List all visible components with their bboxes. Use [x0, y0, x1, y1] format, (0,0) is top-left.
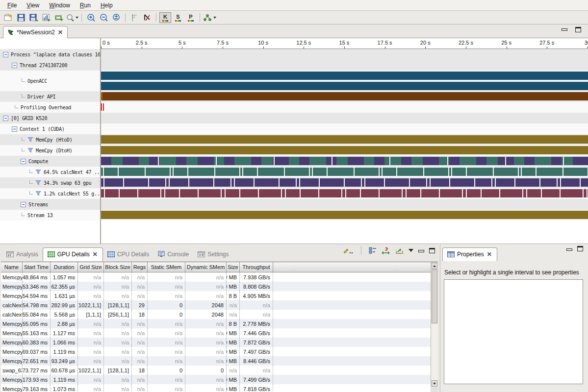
maximize-icon[interactable] — [577, 246, 583, 251]
timeline-row[interactable]: Compute — [0, 156, 588, 167]
process-color-button[interactable]: P — [185, 12, 197, 23]
timeline-bar[interactable] — [101, 146, 588, 154]
table-row[interactable]: calcNext155.084 ms5.568 µs[1,1,1][256,1,… — [1, 310, 431, 319]
table-header-cell[interactable]: Throughput — [240, 262, 273, 272]
filter-icon[interactable] — [35, 191, 41, 196]
new-session-icon[interactable] — [2, 12, 14, 24]
menu-file[interactable]: File — [3, 1, 21, 10]
resize-view-icon[interactable] — [53, 12, 65, 24]
focus-timeline-icon[interactable] — [382, 247, 390, 254]
maximize-icon[interactable] — [429, 248, 435, 253]
table-row[interactable]: calcNext154.798 ms282.99 µs[1022,1,1][12… — [1, 300, 431, 310]
table-header-cell[interactable]: Size — [227, 262, 240, 272]
timeline-row[interactable]: Process "laplace_data_clauses 10... — [0, 49, 588, 60]
edit-filter-icon[interactable] — [343, 247, 354, 254]
vertical-scrollbar[interactable] — [431, 262, 438, 387]
table-row[interactable]: Memcpy155.163 ms1.127 msn/an/an/an/an/a9… — [1, 328, 431, 338]
close-icon[interactable]: ✕ — [57, 29, 63, 36]
report-icon[interactable] — [41, 12, 52, 24]
zoom-in-icon[interactable] — [85, 12, 97, 24]
timeline-row[interactable]: Profiling Overhead — [0, 102, 588, 113]
filter-icon[interactable] — [35, 180, 41, 186]
timeline-bar[interactable] — [101, 72, 588, 90]
timeline-row[interactable]: OpenACC — [0, 71, 588, 91]
table-row[interactable]: Memcpy154.594 ms1.631 µsn/an/an/an/an/a8… — [1, 291, 431, 300]
view-menu-icon[interactable] — [409, 249, 413, 252]
close-icon[interactable]: ✕ — [486, 251, 492, 258]
collapse-toggle-icon[interactable] — [3, 52, 8, 57]
tab-settings[interactable]: Settings — [193, 247, 233, 261]
table-header-cell[interactable]: Dynamic SMem — [185, 262, 227, 272]
scroll-down-icon[interactable] — [432, 380, 437, 387]
fit-marker-icon[interactable] — [128, 12, 140, 24]
table-row[interactable]: Memcpy153.346 ms62.355 µsn/an/an/an/an/a… — [1, 282, 431, 291]
goto-marker-icon[interactable] — [141, 12, 153, 24]
timeline-row[interactable]: 34.3% swap_63_gpu — [0, 177, 588, 188]
filter-icon[interactable] — [35, 169, 41, 175]
menu-window[interactable]: Window — [45, 1, 75, 10]
timeline-row[interactable]: MemCpy (HtoD) — [0, 134, 588, 145]
dropdown-arrow-icon[interactable] — [213, 17, 216, 19]
zoom-tool-icon[interactable] — [66, 12, 78, 24]
export-icon[interactable] — [395, 247, 404, 254]
timeline-bar[interactable] — [101, 178, 588, 187]
minimize-icon[interactable] — [566, 248, 572, 251]
tab-cpu-details[interactable]: CPU Details — [103, 247, 153, 261]
timeline-row[interactable]: Streams — [0, 199, 588, 210]
stream-color-button[interactable]: S — [172, 12, 184, 23]
table-row[interactable]: Memcpy179.163 ms1.073 msn/an/an/an/an/a9… — [1, 384, 431, 392]
analysis-tree-icon[interactable] — [203, 12, 216, 24]
save-icon[interactable] — [15, 12, 27, 24]
collapse-toggle-icon[interactable] — [3, 116, 8, 121]
table-row[interactable]: swap_63_gpu173.727 ms60.678 µs[1022,1,1]… — [1, 366, 431, 375]
tab-console[interactable]: Console — [153, 247, 193, 261]
collapse-toggle-icon[interactable] — [12, 63, 17, 68]
table-header-cell[interactable]: Grid Size — [78, 262, 104, 272]
kernel-color-button[interactable]: K — [159, 12, 171, 23]
detail-view-icon[interactable] — [369, 247, 377, 254]
save-all-icon[interactable] — [28, 12, 40, 24]
tab-properties[interactable]: Properties ✕ — [442, 247, 497, 261]
menu-view[interactable]: View — [22, 1, 44, 10]
table-header-cell[interactable]: Regs — [132, 262, 148, 272]
minimize-icon[interactable] — [562, 28, 567, 31]
timeline-bar[interactable] — [101, 157, 588, 165]
table-header-cell[interactable]: Static SMem — [148, 262, 185, 272]
tab-gpu-details[interactable]: GPU Details ✕ — [43, 247, 103, 261]
collapse-toggle-icon[interactable] — [21, 159, 26, 164]
menu-help[interactable]: Help — [96, 1, 117, 10]
timeline-row[interactable]: Context 1 (CUDA) — [0, 123, 588, 134]
table-header-cell[interactable]: Block Size — [104, 262, 132, 272]
table-row[interactable]: Memcpy173.93 ms1.119 msn/an/an/an/an/a9 … — [1, 375, 431, 384]
tree-timeline-splitter[interactable] — [100, 38, 101, 244]
table-row[interactable]: Memcpy172.651 ms93.249 µsn/an/an/an/an/a… — [1, 356, 431, 366]
table-header-cell[interactable]: Duration — [51, 262, 78, 272]
timeline-row[interactable]: Driver API — [0, 91, 588, 102]
filter-icon[interactable] — [27, 137, 33, 143]
timeline-row[interactable]: Thread 2741307200 — [0, 60, 588, 71]
table-row[interactable]: Memcpy160.383 ms1.066 msn/an/an/an/an/a9… — [1, 338, 431, 347]
menu-run[interactable]: Run — [76, 1, 95, 10]
close-icon[interactable]: ✕ — [92, 251, 98, 258]
collapse-toggle-icon[interactable] — [12, 126, 17, 132]
scrollbar-thumb[interactable] — [432, 270, 437, 323]
filter-icon[interactable] — [27, 147, 33, 153]
zoom-out-icon[interactable] — [98, 12, 109, 24]
maximize-icon[interactable] — [575, 27, 581, 32]
timeline-row[interactable]: Stream 13 — [0, 210, 588, 220]
timeline-bar[interactable] — [101, 103, 588, 111]
minimize-icon[interactable] — [418, 250, 424, 252]
timeline-bar[interactable] — [101, 211, 588, 219]
table-row[interactable]: Memcpy169.037 ms1.119 msn/an/an/an/an/a9… — [1, 347, 431, 356]
table-row[interactable]: Memcpy148.864 ms1.057 msn/an/an/an/an/a9… — [1, 272, 431, 282]
table-header-cell[interactable]: Name — [1, 262, 23, 272]
timeline-row[interactable]: 64.5% calcNext_47_... — [0, 167, 588, 177]
timeline-row[interactable]: MemCpy (DtoH) — [0, 145, 588, 156]
timeline-row[interactable]: 1.2% calcNext_55_g... — [0, 188, 588, 199]
timeline-bar[interactable] — [101, 189, 588, 197]
zoom-reset-icon[interactable] — [110, 12, 122, 24]
timeline-bar[interactable] — [101, 135, 588, 144]
timeline-bar[interactable] — [101, 168, 588, 176]
timeline-bar[interactable] — [101, 92, 588, 100]
timeline-row[interactable]: [0] GRID K520 — [0, 113, 588, 123]
